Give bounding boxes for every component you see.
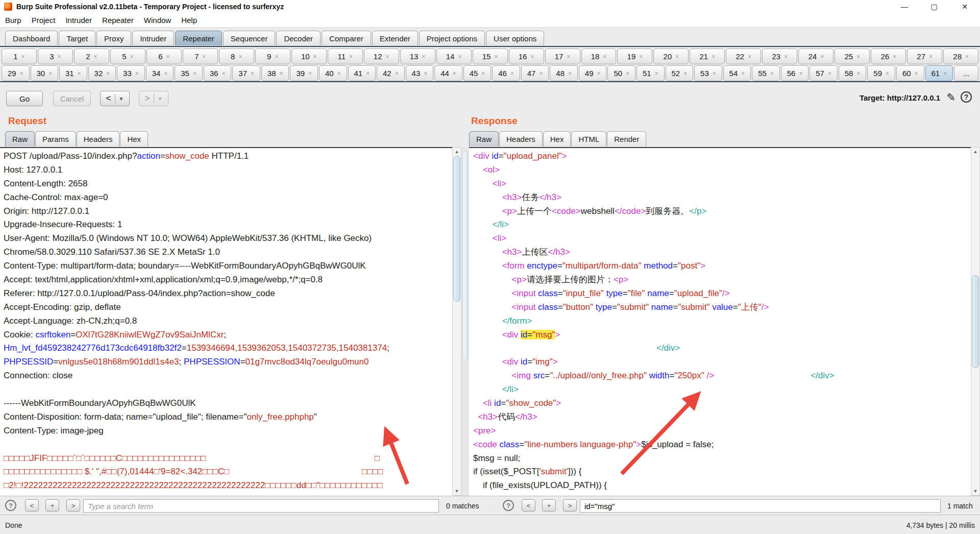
- close-tab-icon[interactable]: ×: [494, 53, 498, 60]
- repeater-tab-17[interactable]: 17×: [545, 48, 580, 64]
- close-tab-icon[interactable]: ×: [597, 70, 601, 77]
- repeater-tab-10[interactable]: 10×: [291, 48, 327, 64]
- search-help-icon[interactable]: ?: [503, 500, 514, 511]
- request-tab-headers[interactable]: Headers: [77, 131, 120, 147]
- repeater-tab-30[interactable]: 30×: [31, 65, 59, 81]
- request-scrollbar-thumb[interactable]: [453, 156, 460, 302]
- response-tab-render[interactable]: Render: [607, 131, 646, 147]
- repeater-tab-34[interactable]: 34×: [146, 65, 174, 81]
- repeater-tab-26[interactable]: 26×: [871, 48, 906, 64]
- close-tab-icon[interactable]: ×: [893, 53, 896, 60]
- search-add-button[interactable]: +: [45, 499, 59, 512]
- close-tab-icon[interactable]: ×: [424, 70, 427, 77]
- minimize-icon[interactable]: —: [894, 1, 915, 13]
- close-tab-icon[interactable]: ×: [943, 70, 947, 77]
- scroll-down-icon[interactable]: ▼: [453, 487, 461, 495]
- close-tab-icon[interactable]: ×: [886, 70, 889, 77]
- repeater-tab-52[interactable]: 52×: [666, 65, 694, 81]
- close-tab-icon[interactable]: ×: [106, 70, 110, 77]
- repeater-tab-39[interactable]: 39×: [290, 65, 318, 81]
- close-tab-icon[interactable]: ×: [748, 53, 751, 60]
- panel-splitter-handle[interactable]: [462, 151, 468, 360]
- repeater-tab-50[interactable]: 50×: [607, 65, 635, 81]
- repeater-tab-58[interactable]: 58×: [839, 65, 867, 81]
- close-tab-icon[interactable]: ×: [530, 53, 534, 60]
- repeater-tab-33[interactable]: 33×: [117, 65, 145, 81]
- repeater-tab-2[interactable]: 2×: [74, 48, 109, 64]
- close-tab-icon[interactable]: ×: [366, 70, 370, 77]
- menu-item-repeater[interactable]: Repeater: [97, 14, 139, 27]
- repeater-tab-59[interactable]: 59×: [867, 65, 895, 81]
- repeater-tab-22[interactable]: 22×: [726, 48, 761, 64]
- tab-repeater[interactable]: Repeater: [175, 31, 222, 45]
- close-tab-icon[interactable]: ×: [308, 70, 312, 77]
- repeater-tab-51[interactable]: 51×: [636, 65, 665, 81]
- repeater-tab-21[interactable]: 21×: [690, 48, 725, 64]
- maximize-icon[interactable]: ▢: [924, 1, 944, 13]
- close-tab-icon[interactable]: ×: [929, 53, 933, 60]
- close-tab-icon[interactable]: ×: [422, 53, 425, 60]
- repeater-tab-49[interactable]: 49×: [579, 65, 607, 81]
- close-tab-icon[interactable]: ×: [567, 53, 570, 60]
- close-tab-icon[interactable]: ×: [856, 70, 860, 77]
- go-button[interactable]: Go: [6, 91, 43, 106]
- response-tab-html[interactable]: HTML: [571, 131, 606, 147]
- response-tab-raw[interactable]: Raw: [469, 131, 499, 147]
- close-tab-icon[interactable]: ×: [78, 70, 81, 77]
- request-editor[interactable]: POST /upload/Pass-10/index.php?action=sh…: [0, 147, 452, 496]
- scroll-up-icon[interactable]: ▲: [971, 148, 979, 156]
- repeater-tab-20[interactable]: 20×: [653, 48, 689, 64]
- search-prev-button[interactable]: <: [522, 499, 535, 512]
- request-search-input[interactable]: [83, 499, 439, 513]
- close-tab-icon[interactable]: ×: [58, 53, 61, 60]
- repeater-tab-57[interactable]: 57×: [810, 65, 838, 81]
- close-tab-icon[interactable]: ×: [828, 70, 831, 77]
- request-tab-hex[interactable]: Hex: [120, 131, 148, 147]
- repeater-tab-60[interactable]: 60×: [896, 65, 924, 81]
- repeater-tab-45[interactable]: 45×: [463, 65, 492, 81]
- repeater-tab-12[interactable]: 12×: [364, 48, 399, 64]
- repeater-tab-42[interactable]: 42×: [377, 65, 405, 81]
- close-tab-icon[interactable]: ×: [510, 70, 514, 77]
- repeater-tab-11[interactable]: 11×: [328, 48, 363, 64]
- close-tab-icon[interactable]: ×: [222, 70, 225, 77]
- close-tab-icon[interactable]: ×: [568, 70, 572, 77]
- repeater-tab-41[interactable]: 41×: [348, 65, 376, 81]
- repeater-tab-25[interactable]: 25×: [835, 48, 870, 64]
- tab-extender[interactable]: Extender: [372, 31, 418, 45]
- repeater-tab-15[interactable]: 15×: [473, 48, 508, 64]
- back-dropdown-icon[interactable]: ▼: [119, 96, 124, 102]
- response-tab-hex[interactable]: Hex: [543, 131, 571, 147]
- close-tab-icon[interactable]: ×: [130, 53, 134, 60]
- close-tab-icon[interactable]: ×: [639, 53, 643, 60]
- close-tab-icon[interactable]: ×: [784, 53, 788, 60]
- tab-sequencer[interactable]: Sequencer: [223, 31, 276, 45]
- search-add-button[interactable]: +: [542, 499, 556, 512]
- close-tab-icon[interactable]: ×: [481, 70, 485, 77]
- close-tab-icon[interactable]: ×: [166, 53, 170, 60]
- repeater-tab-43[interactable]: 43×: [406, 65, 434, 81]
- repeater-tab-31[interactable]: 31×: [59, 65, 87, 81]
- forward-button[interactable]: > ▼: [139, 91, 168, 106]
- repeater-tab-32[interactable]: 32×: [88, 65, 116, 81]
- close-tab-icon[interactable]: ×: [683, 70, 687, 77]
- repeater-tab-44[interactable]: 44×: [434, 65, 462, 81]
- close-tab-icon[interactable]: ×: [965, 53, 969, 60]
- close-tab-icon[interactable]: ×: [603, 53, 606, 60]
- repeater-tab-53[interactable]: 53×: [694, 65, 722, 81]
- tab-proxy[interactable]: Proxy: [96, 31, 131, 45]
- close-tab-icon[interactable]: ×: [280, 70, 283, 77]
- repeater-tab-37[interactable]: 37×: [232, 65, 260, 81]
- tab-comparer[interactable]: Comparer: [322, 31, 371, 45]
- back-button[interactable]: < ▼: [100, 91, 130, 106]
- search-next-button[interactable]: >: [66, 499, 80, 512]
- repeater-tab-16[interactable]: 16×: [509, 48, 544, 64]
- tab-decoder[interactable]: Decoder: [276, 31, 321, 45]
- close-tab-icon[interactable]: ×: [395, 70, 399, 77]
- search-next-button[interactable]: >: [563, 499, 577, 512]
- close-tab-icon[interactable]: ×: [856, 53, 860, 60]
- close-tab-icon[interactable]: ×: [21, 53, 25, 60]
- repeater-tab-5[interactable]: 5×: [110, 48, 145, 64]
- repeater-tab-13[interactable]: 13×: [400, 48, 435, 64]
- close-tab-icon[interactable]: ×: [164, 70, 167, 77]
